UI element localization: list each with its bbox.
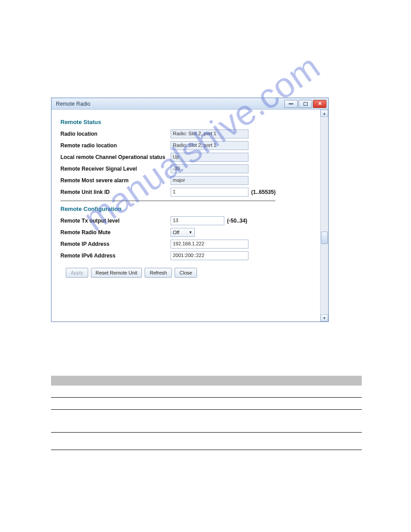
- minimize-icon: [289, 103, 293, 104]
- reset-remote-unit-button[interactable]: Reset Remote Unit: [91, 268, 142, 278]
- close-button[interactable]: Close: [175, 268, 197, 278]
- scroll-up-button[interactable]: ▲: [321, 110, 328, 117]
- line-4: [51, 450, 362, 450]
- row-receiver-signal: Remote Receiver Signal Level -39: [60, 164, 316, 174]
- bottom-pad: [60, 278, 316, 309]
- select-radio-mute[interactable]: Off ▼: [171, 228, 195, 237]
- refresh-button[interactable]: Refresh: [145, 268, 172, 278]
- scroll-track[interactable]: [321, 117, 328, 314]
- gray-band: [51, 376, 362, 386]
- value-receiver-signal: -39: [171, 164, 248, 173]
- scroll-down-button[interactable]: ▼: [321, 314, 328, 322]
- scroll-thumb[interactable]: [321, 232, 328, 244]
- minimize-button[interactable]: [284, 100, 298, 108]
- maximize-button[interactable]: [299, 100, 312, 108]
- label-remote-radio-location: Remote radio location: [60, 142, 171, 149]
- remote-config-title: Remote Configuration: [60, 206, 316, 212]
- row-unit-link-id: Remote Unit link ID 1 (1..65535): [60, 187, 316, 197]
- value-remote-radio-location: Radio: Slot 2, port 1: [171, 141, 248, 150]
- apply-button[interactable]: Apply: [66, 268, 88, 278]
- value-radio-location: Radio: Slot 2, port 1: [171, 129, 248, 138]
- label-tx-output-level: Remote Tx output level: [60, 218, 171, 224]
- vertical-scrollbar[interactable]: ▲ ▼: [320, 110, 328, 322]
- maximize-icon: [304, 102, 308, 106]
- label-ipv6-address: Remote IPv6 Address: [60, 253, 171, 259]
- row-ipv6-address: Remote IPv6 Address 2001:200::222: [60, 251, 316, 261]
- select-radio-mute-value: Off: [173, 230, 179, 235]
- input-tx-output-level[interactable]: 13: [171, 216, 224, 225]
- form-area: Remote Status Radio location Radio: Slot…: [51, 110, 320, 322]
- gap: [51, 433, 362, 450]
- titlebar[interactable]: Remote Radio ✕: [51, 98, 328, 110]
- value-channel-op-status: Up: [171, 153, 248, 162]
- label-radio-mute: Remote Radio Mute: [60, 229, 171, 236]
- row-tx-output-level: Remote Tx output level 13 (-50..34): [60, 216, 316, 226]
- input-unit-link-id[interactable]: 1: [171, 188, 248, 197]
- input-ipv6-address[interactable]: 2001:200::222: [171, 251, 248, 260]
- gap: [51, 386, 362, 397]
- value-most-severe-alarm: major: [171, 176, 248, 185]
- hint-tx-output-level: (-50..34): [227, 218, 247, 224]
- row-radio-location: Radio location Radio: Slot 2, port 1: [60, 129, 316, 139]
- input-ip-address[interactable]: 192.168.1.222: [171, 240, 248, 249]
- page: Remote Radio ✕ Remote Status Radio locat…: [0, 0, 411, 532]
- window-title: Remote Radio: [56, 101, 90, 107]
- label-most-severe-alarm: Remote Most severe alarm: [60, 177, 171, 184]
- label-unit-link-id: Remote Unit link ID: [60, 189, 171, 195]
- lower-section: [51, 376, 362, 450]
- row-channel-op-status: Local remote Channel Operational status …: [60, 152, 316, 162]
- row-most-severe-alarm: Remote Most severe alarm major: [60, 176, 316, 185]
- window-content: Remote Status Radio location Radio: Slot…: [51, 110, 328, 322]
- gap: [51, 398, 362, 409]
- hint-unit-link-id: (1..65535): [251, 189, 276, 195]
- chevron-down-icon: ▼: [188, 230, 193, 235]
- remote-status-title: Remote Status: [60, 119, 316, 125]
- close-icon: ✕: [318, 101, 322, 106]
- label-ip-address: Remote IP Address: [60, 241, 171, 247]
- button-row: Apply Reset Remote Unit Refresh Close: [60, 268, 316, 278]
- close-window-button[interactable]: ✕: [313, 100, 326, 108]
- row-remote-radio-location: Remote radio location Radio: Slot 2, por…: [60, 141, 316, 150]
- gap: [51, 410, 362, 432]
- section-divider: [60, 201, 275, 201]
- label-radio-location: Radio location: [60, 131, 171, 137]
- remote-radio-window: Remote Radio ✕ Remote Status Radio locat…: [51, 98, 329, 322]
- label-receiver-signal: Remote Receiver Signal Level: [60, 166, 171, 172]
- row-ip-address: Remote IP Address 192.168.1.222: [60, 239, 316, 249]
- label-channel-op-status: Local remote Channel Operational status: [60, 154, 171, 160]
- row-radio-mute: Remote Radio Mute Off ▼: [60, 227, 316, 237]
